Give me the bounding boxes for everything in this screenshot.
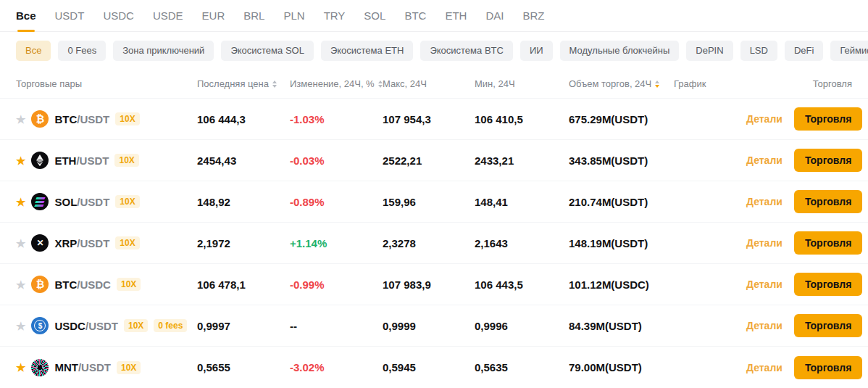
low-24h: 106 410,5	[475, 113, 569, 125]
tab-usdc[interactable]: USDC	[103, 0, 134, 32]
favorite-star-icon[interactable]: ★	[16, 279, 25, 290]
favorite-star-icon[interactable]: ★	[16, 238, 25, 249]
low-24h: 0,5635	[475, 361, 569, 373]
table-row: ★ MNT/USDT 10X 0,5655 -3.02% 0,5945 0,56…	[0, 347, 868, 388]
details-link[interactable]: Детали	[746, 113, 783, 125]
filter-chip[interactable]: Экосистема BTC	[420, 41, 513, 61]
high-24h: 107 983,9	[383, 278, 475, 291]
tab-sol[interactable]: SOL	[364, 0, 385, 32]
pair-name[interactable]: SOL/USDT	[54, 196, 109, 208]
tab-dai[interactable]: DAI	[485, 0, 504, 32]
sort-icon[interactable]	[378, 81, 383, 88]
favorite-star-icon[interactable]: ★	[16, 155, 25, 166]
filter-chip[interactable]: Экосистема ETH	[321, 41, 414, 61]
trade-button[interactable]: Торговля	[794, 314, 862, 337]
trading-pairs-table: ★ ₿ BTC/USDT 10X 106 444,3 -1.03% 107 95…	[0, 99, 868, 388]
table-header-row: Торговые парыПоследняя ценаИзменение, 24…	[0, 70, 868, 99]
change-24h: -3.02%	[290, 361, 383, 373]
volume-24h: 343.85M(USDT)	[569, 154, 674, 167]
last-price: 106 478,1	[197, 278, 290, 291]
change-24h: -1.03%	[290, 113, 383, 125]
pair-name[interactable]: BTC/USDT	[54, 113, 109, 125]
filter-chip[interactable]: LSD	[740, 41, 777, 61]
column-header[interactable]: Последняя цена	[197, 78, 290, 89]
pair-name[interactable]: MNT/USDT	[54, 361, 111, 373]
volume-24h: 79.00M(USDT)	[569, 361, 674, 373]
leverage-badge: 10X	[115, 112, 139, 125]
tab-eth[interactable]: ETH	[445, 0, 467, 32]
last-price: 148,92	[197, 196, 290, 208]
pair-name[interactable]: BTC/USDC	[54, 278, 111, 291]
eth-coin-icon	[31, 152, 49, 169]
column-header: Мин, 24Ч	[475, 78, 569, 89]
zero-fees-badge: 0 fees	[154, 319, 187, 332]
low-24h: 148,41	[475, 196, 569, 208]
tab-try[interactable]: TRY	[324, 0, 346, 32]
trade-button[interactable]: Торговля	[794, 149, 862, 172]
xrp-coin-icon: ✕	[31, 234, 49, 252]
leverage-badge: 10X	[117, 278, 141, 291]
trade-button[interactable]: Торговля	[794, 107, 862, 131]
column-header: Макс, 24Ч	[383, 78, 475, 89]
sort-icon[interactable]	[272, 81, 277, 88]
tab-usdt[interactable]: USDT	[55, 0, 85, 32]
last-price: 106 444,3	[197, 113, 290, 125]
details-link[interactable]: Детали	[746, 320, 783, 331]
favorite-star-icon[interactable]: ★	[16, 197, 25, 207]
pair-name[interactable]: ETH/USDT	[54, 154, 109, 167]
favorite-star-icon[interactable]: ★	[16, 362, 25, 373]
tab-все[interactable]: Все	[16, 0, 36, 32]
details-link[interactable]: Детали	[746, 362, 783, 373]
details-link[interactable]: Детали	[746, 278, 783, 290]
filter-chip[interactable]: Все	[16, 41, 51, 61]
category-filter-chips: Все0 FeesЗона приключенийЭкосистема SOLЭ…	[0, 32, 868, 70]
filter-chip[interactable]: DePIN	[686, 41, 733, 61]
change-24h: -0.03%	[290, 154, 383, 167]
filter-chip[interactable]: Модульные блокчейны	[560, 41, 680, 61]
filter-chip[interactable]: 0 Fees	[58, 41, 106, 61]
change-24h: -0.99%	[290, 278, 383, 291]
trade-button[interactable]: Торговля	[794, 190, 862, 213]
high-24h: 2,3278	[383, 237, 475, 249]
sort-icon[interactable]	[655, 81, 659, 88]
volume-24h: 101.12M(USDC)	[569, 278, 674, 291]
filter-chip[interactable]: DeFi	[785, 41, 823, 61]
pair-name[interactable]: USDC/USDT	[54, 320, 118, 332]
column-header[interactable]: Изменение, 24Ч, %	[290, 78, 383, 89]
details-link[interactable]: Детали	[746, 196, 783, 207]
tab-brl[interactable]: BRL	[243, 0, 264, 32]
usdc-coin-icon: $	[31, 317, 49, 334]
tab-usde[interactable]: USDE	[153, 0, 183, 32]
high-24h: 0,9999	[383, 320, 475, 332]
mnt-coin-icon	[31, 359, 49, 376]
filter-chip[interactable]: ИИ	[520, 41, 553, 61]
trade-button[interactable]: Торговля	[794, 356, 862, 379]
filter-chip[interactable]: Зона приключений	[113, 41, 214, 61]
low-24h: 2433,21	[475, 154, 569, 167]
trade-button[interactable]: Торговля	[794, 231, 862, 255]
column-header: Торговля	[746, 78, 852, 89]
tab-brz[interactable]: BRZ	[522, 0, 544, 32]
details-link[interactable]: Детали	[746, 154, 783, 166]
table-row: ★ ₿ BTC/USDT 10X 106 444,3 -1.03% 107 95…	[0, 99, 868, 140]
filter-chip[interactable]: Геймификация	[830, 41, 868, 61]
pair-name[interactable]: XRP/USDT	[54, 237, 109, 249]
last-price: 2454,43	[197, 154, 290, 167]
tab-eur[interactable]: EUR	[202, 0, 225, 32]
column-header[interactable]: Объем торгов, 24Ч	[569, 78, 674, 89]
filter-chip[interactable]: Экосистема SOL	[221, 41, 314, 61]
tab-btc[interactable]: BTC	[404, 0, 426, 32]
change-24h: -0.89%	[290, 196, 383, 208]
low-24h: 0,9996	[475, 320, 569, 332]
favorite-star-icon[interactable]: ★	[16, 321, 25, 331]
high-24h: 159,96	[383, 196, 475, 208]
low-24h: 106 443,5	[475, 278, 569, 291]
favorite-star-icon[interactable]: ★	[16, 114, 25, 125]
leverage-badge: 10X	[117, 361, 141, 374]
details-link[interactable]: Детали	[746, 237, 783, 249]
high-24h: 0,5945	[383, 361, 475, 373]
trade-button[interactable]: Торговля	[794, 273, 862, 296]
volume-24h: 148.19M(USDT)	[569, 237, 674, 249]
table-row: ★ $ USDC/USDT 10X 0 fees 0,9997 -- 0,999…	[0, 305, 868, 347]
tab-pln[interactable]: PLN	[283, 0, 304, 32]
